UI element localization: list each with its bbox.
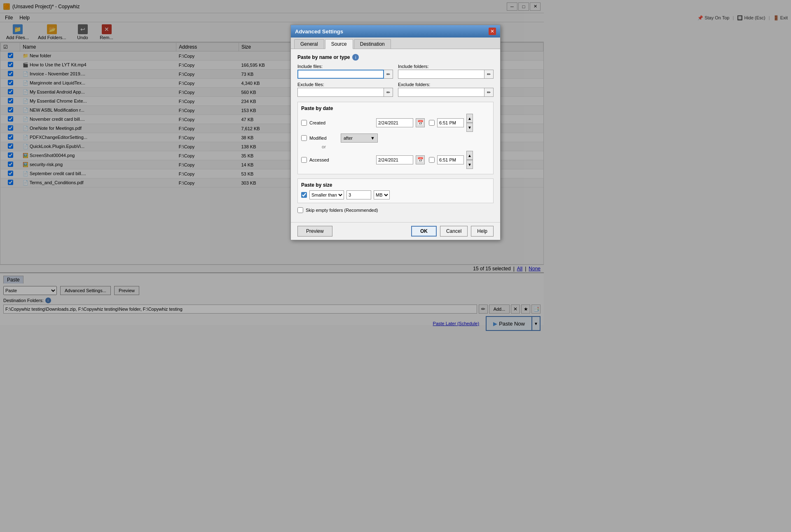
modified-label: Modified (309, 136, 338, 141)
created-time-down-btn[interactable]: ▼ (466, 123, 473, 132)
accessed-checkbox[interactable] (301, 157, 307, 163)
skip-empty-folders-row: Skip empty folders (Recommended) (297, 207, 494, 213)
exclude-files-group: Exclude files: ✏ (297, 82, 393, 97)
exclude-folders-input-row: ✏ (398, 88, 494, 97)
include-files-label: Include files: (297, 64, 393, 69)
include-folders-label: Include folders: (398, 64, 494, 69)
accessed-time-up-btn[interactable]: ▲ (466, 151, 473, 160)
modal-close-button[interactable]: ✕ (489, 28, 496, 35)
created-time-up-btn[interactable]: ▲ (466, 114, 473, 123)
include-folders-input-row: ✏ (398, 70, 494, 79)
or-label: or (309, 144, 338, 149)
exclude-files-input-row: ✏ (297, 88, 393, 97)
tab-general[interactable]: General (294, 39, 324, 49)
accessed-date-cal-btn[interactable]: 📅 (416, 155, 425, 164)
paste-by-size-title: Paste by size (301, 182, 490, 188)
exclude-folders-label: Exclude folders: (398, 82, 494, 87)
modal-ok-button[interactable]: OK (411, 226, 437, 237)
include-folders-browse-btn[interactable]: ✏ (484, 70, 494, 79)
paste-by-size-section: Paste by size Smaller than Larger than E… (297, 178, 494, 203)
modal-overlay: Advanced Settings ✕ General Source Desti… (0, 0, 544, 367)
created-time-input[interactable] (437, 118, 464, 127)
accessed-date-input[interactable] (376, 155, 413, 164)
include-files-browse-btn[interactable]: ✏ (384, 70, 393, 79)
modal-body: Paste by name or type i Include files: ✏… (291, 49, 500, 222)
modal-tabs: General Source Destination (291, 37, 500, 49)
exclude-files-input[interactable] (297, 88, 384, 97)
modal-titlebar: Advanced Settings ✕ (291, 25, 500, 37)
size-value-input[interactable] (346, 190, 371, 199)
created-date-row: Created 📅 ▲ ▼ (301, 114, 490, 132)
skip-empty-checkbox[interactable] (297, 207, 303, 213)
tab-destination[interactable]: Destination (354, 39, 391, 49)
accessed-date-row: Accessed 📅 ▲ ▼ (301, 151, 490, 169)
paste-by-name-title: Paste by name or type (297, 54, 350, 60)
created-time-checkbox[interactable] (429, 120, 435, 126)
paste-by-date-title: Paste by date (301, 105, 490, 111)
include-files-input-row: ✏ (297, 70, 393, 79)
paste-by-name-info-icon[interactable]: i (352, 54, 359, 61)
created-date-cal-btn[interactable]: 📅 (416, 118, 425, 127)
accessed-time-input[interactable] (437, 155, 464, 164)
include-folders-input[interactable] (398, 70, 484, 79)
skip-empty-folders-section: Skip empty folders (Recommended) (297, 207, 494, 213)
advanced-settings-modal: Advanced Settings ✕ General Source Desti… (290, 25, 501, 240)
modal-cancel-button[interactable]: Cancel (440, 226, 468, 237)
created-time-spin: ▲ ▼ (466, 114, 473, 132)
paste-by-size-row: Smaller than Larger than Equal to KB MB … (301, 190, 490, 199)
include-files-input[interactable] (297, 70, 384, 79)
after-dropdown-chevron-icon: ▼ (370, 136, 375, 141)
size-comparison-select[interactable]: Smaller than Larger than Equal to (309, 190, 344, 199)
exclude-folders-group: Exclude folders: ✏ (398, 82, 494, 97)
tab-source[interactable]: Source (325, 39, 353, 49)
accessed-time-spin: ▲ ▼ (466, 151, 473, 169)
name-filter-grid: Include files: ✏ Include folders: ✏ (297, 64, 494, 97)
modal-ok-cancel-group: OK Cancel Help (411, 226, 494, 237)
created-checkbox[interactable] (301, 120, 307, 126)
exclude-folders-browse-btn[interactable]: ✏ (484, 88, 494, 97)
exclude-files-browse-btn[interactable]: ✏ (384, 88, 393, 97)
size-unit-select[interactable]: KB MB GB (374, 190, 390, 199)
accessed-time-down-btn[interactable]: ▼ (466, 160, 473, 169)
modal-help-button[interactable]: Help (471, 226, 494, 237)
created-date-input[interactable] (376, 118, 413, 127)
exclude-folders-input[interactable] (398, 88, 484, 97)
paste-by-name-section-header: Paste by name or type i (297, 54, 494, 61)
exclude-files-label: Exclude files: (297, 82, 393, 87)
include-folders-group: Include folders: ✏ (398, 64, 494, 79)
created-label: Created (309, 120, 338, 125)
modified-date-row: Modified after ▼ (301, 134, 490, 143)
or-label-row: or (301, 144, 490, 149)
skip-empty-label: Skip empty folders (Recommended) (306, 208, 378, 213)
modal-footer: Preview OK Cancel Help (291, 222, 500, 240)
include-files-group: Include files: ✏ (297, 64, 393, 79)
modal-title: Advanced Settings (295, 28, 343, 35)
after-dropdown-btn[interactable]: after ▼ (341, 134, 378, 143)
accessed-label: Accessed (309, 157, 338, 162)
modal-preview-button[interactable]: Preview (297, 226, 332, 237)
modified-checkbox[interactable] (301, 135, 307, 141)
accessed-time-checkbox[interactable] (429, 157, 435, 163)
paste-by-date-section: Paste by date Created 📅 ▲ ▼ (297, 102, 494, 174)
size-checkbox[interactable] (301, 192, 307, 198)
